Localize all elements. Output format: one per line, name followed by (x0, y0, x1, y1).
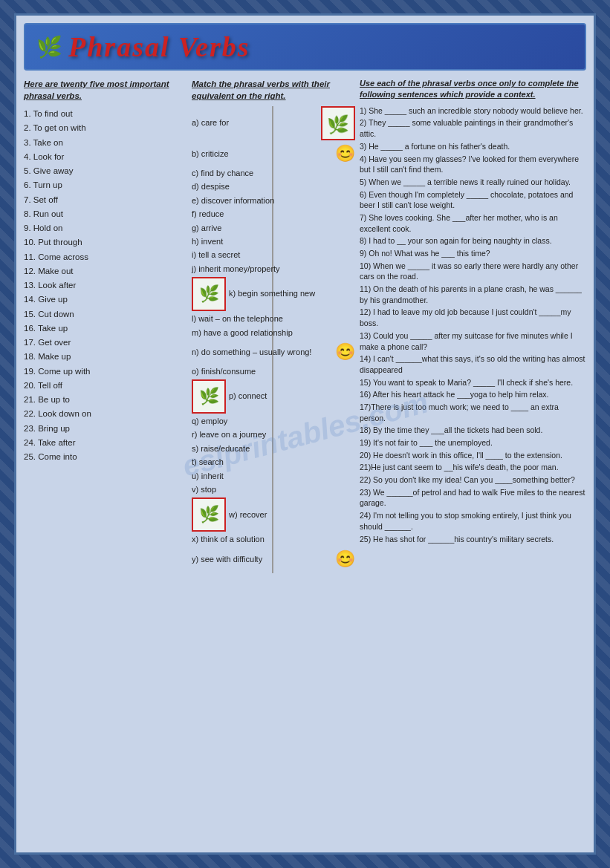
list-item: 6. Turn up (24, 179, 187, 192)
flower-decoration-4: 🌿 (192, 497, 226, 532)
list-item: y) see with difficulty 😊 (192, 548, 355, 571)
list-item: 14) I can't ______what this says, it's s… (360, 353, 586, 375)
page-title: Phrasal Verbs (68, 30, 250, 63)
list-item: 16) After his heart attack he ___yoga to… (360, 389, 586, 400)
list-item: 7) She loves cooking. She ___after her m… (360, 212, 586, 234)
list-item: 21)He just cant seem to __his wife's dea… (360, 462, 586, 473)
content-area: Here are twenty five most important phra… (24, 78, 586, 573)
list-item: 1) She _____ such an incredible story no… (360, 105, 586, 117)
list-item: 24) I'm not telling you to stop smoking … (360, 510, 586, 532)
list-item: 10) When we _____ it was so early there … (360, 261, 586, 282)
list-item: b) criticize 😊 (192, 143, 355, 166)
smiley-decoration-1: 😊 (335, 143, 355, 166)
list-item: 18) By the time they ___all the tickets … (360, 425, 586, 436)
list-item: 7. Set off (24, 194, 187, 206)
list-item: 10. Put through (24, 236, 187, 249)
list-item: 2) They _____ some valuable paintings in… (360, 117, 586, 139)
list-item: 2. To get on with (24, 122, 187, 134)
list-item: j) inherit money/property (192, 264, 355, 275)
list-item: 25. Come into (24, 451, 187, 463)
list-item: 9) Oh no! What was he ___ this time? (360, 248, 586, 259)
list-item: 🌿 w) recover (192, 497, 355, 532)
list-item: 22. Look down on (24, 408, 187, 420)
list-item: 21. Be up to (24, 394, 187, 406)
list-item: 19) It's not fair to ___ the unemployed. (360, 437, 586, 448)
sentences-list: 1) She _____ such an incredible story no… (360, 105, 586, 544)
list-item: 20. Tell off (24, 379, 187, 392)
col1-verbs: Here are twenty five most important phra… (24, 78, 187, 465)
header-section: 🌿 Phrasal Verbs (24, 23, 586, 71)
smiley-decoration-2: 😊 (335, 341, 355, 364)
list-item: 18. Make up (24, 350, 187, 363)
list-item: v) stop (192, 484, 355, 495)
list-item: 4) Have you seen my glasses? I've looked… (360, 154, 586, 175)
list-item: 1. To find out (24, 108, 187, 120)
main-page: 🌿 Phrasal Verbs Here are twenty five mos… (14, 13, 596, 855)
list-item: x) think of a solution (192, 534, 355, 545)
list-item: h) invent (192, 236, 355, 247)
col2-match: Match the phrasal verbs with their equiv… (192, 78, 355, 573)
list-item: 4. Look for (24, 151, 187, 163)
list-item: 11. Come across (24, 251, 187, 264)
list-item: 19. Come up with (24, 365, 187, 378)
list-item: 17)There is just too much work; we need … (360, 402, 586, 423)
col2-title: Match the phrasal verbs with their equiv… (192, 78, 355, 102)
list-item: 9. Hold on (24, 222, 187, 235)
list-item: 6) Even though I'm completely _____ choc… (360, 189, 586, 211)
list-item: c) find by chance (192, 168, 355, 179)
list-item: 8) I had to __ your son again for being … (360, 235, 586, 247)
list-item: 3) He _____ a fortune on his father's de… (360, 141, 586, 152)
list-item: f) reduce (192, 209, 355, 220)
list-item: 25) He has shot for ______his country's … (360, 534, 586, 545)
list-item: d) despise (192, 181, 355, 192)
list-item: 8. Run out (24, 208, 187, 221)
list-item: 11) On the death of his parents in a pla… (360, 284, 586, 305)
list-item: o) finish/consume (192, 366, 355, 377)
list-item: 12. Make out (24, 265, 187, 278)
list-item: 15. Cut down (24, 308, 187, 321)
list-item: n) do something – usually wrong! 😊 (192, 341, 355, 364)
flower-decoration-2: 🌿 (192, 277, 226, 311)
list-item: m) have a good relationship (192, 327, 355, 339)
list-item: l) wait – on the telephone (192, 313, 355, 324)
list-item: 20) He doesn't work in this office, I'll… (360, 450, 586, 461)
list-item: 13. Look after (24, 279, 187, 292)
smiley-decoration-3: 😊 (335, 548, 355, 571)
list-item: 5) When we _____ a terrible news it real… (360, 177, 586, 188)
list-item: 23) We ______of petrol and had to walk F… (360, 487, 586, 509)
col3-sentences: Use each of the phrasal verbs once only … (360, 78, 586, 546)
list-item: t) search (192, 457, 355, 468)
col3-title: Use each of the phrasal verbs once only … (360, 78, 586, 101)
list-item: 17. Get over (24, 336, 187, 349)
plant-icon: 🌿 (36, 35, 62, 59)
list-item: 12) I had to leave my old job because I … (360, 307, 586, 328)
flower-decoration-3: 🌿 (192, 379, 226, 414)
list-item: 3. Take on (24, 137, 187, 149)
list-item: r) leave on a journey (192, 429, 355, 440)
list-item: u) inherit (192, 471, 355, 482)
verb-list: 1. To find out 2. To get on with 3. Take… (24, 108, 187, 463)
list-item: 23. Bring up (24, 422, 187, 435)
list-item: g) arrive (192, 223, 355, 234)
list-item: 16. Take up (24, 322, 187, 335)
list-item: 15) You want to speak to Maria? _____ I'… (360, 377, 586, 388)
list-item: 🌿 k) begin something new (192, 277, 355, 311)
list-item: 5. Give away (24, 165, 187, 177)
match-list: a) care for 🌿 b) criticize 😊 c) find by … (192, 106, 355, 572)
list-item: 14. Give up (24, 293, 187, 306)
list-item: 22) So you don't like my idea! Can you _… (360, 474, 586, 486)
flower-decoration-1: 🌿 (321, 106, 355, 140)
list-item: a) care for 🌿 (192, 106, 355, 140)
list-item: s) raise/educate (192, 443, 355, 454)
list-item: 24. Take after (24, 437, 187, 449)
list-item: q) employ (192, 416, 355, 427)
list-item: 🌿 p) connect (192, 379, 355, 414)
list-item: i) tell a secret (192, 249, 355, 261)
list-item: e) discover information (192, 195, 355, 206)
list-item: 13) Could you _____ after my suitcase fo… (360, 330, 586, 352)
col1-title: Here are twenty five most important phra… (24, 78, 187, 102)
